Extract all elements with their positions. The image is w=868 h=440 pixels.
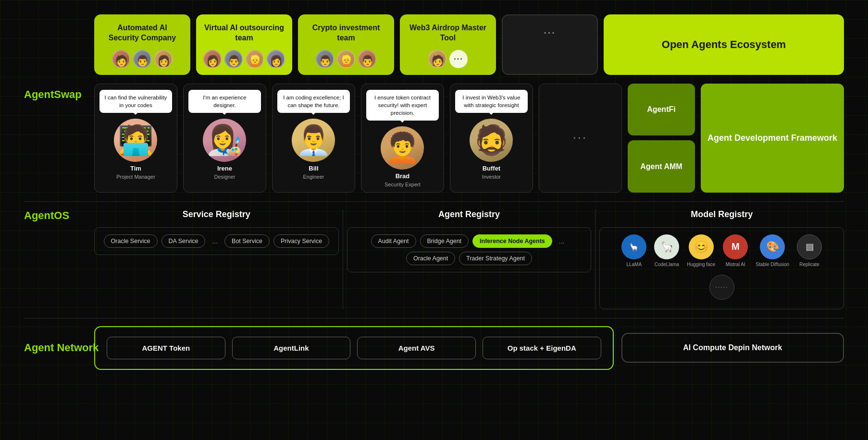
model-more[interactable]: ····· bbox=[709, 275, 734, 302]
op-stack-btn[interactable]: Op stack + EigenDA bbox=[483, 337, 601, 359]
tag-bot-service[interactable]: Bot Service bbox=[224, 234, 270, 248]
avatar: 👱 bbox=[246, 50, 264, 68]
agent-avs-btn[interactable]: Agent AVS bbox=[357, 337, 476, 359]
tag-oracle-agent[interactable]: Oracle Agent bbox=[406, 252, 455, 265]
agent-name-brad: Brad bbox=[396, 172, 410, 180]
tag-bridge-agent[interactable]: Bridge Agent bbox=[420, 234, 469, 248]
avatars-row: 👩 👨 👱 👩 bbox=[203, 50, 285, 68]
team-card-title: Crypto investment team bbox=[306, 23, 386, 43]
avatars-row: 🧑 ··· bbox=[428, 50, 468, 68]
agent-more[interactable]: ... bbox=[556, 234, 568, 248]
speech-bubble-brad: I ensure token contract security! with e… bbox=[366, 90, 439, 121]
agentswap-label-col bbox=[24, 14, 87, 19]
team-card-title: Virtual AI outsourcing team bbox=[204, 23, 285, 43]
model-replicate[interactable]: ▤ Replicate bbox=[797, 234, 822, 267]
team-card-crypto[interactable]: Crypto investment team 👨 👱 👨 bbox=[298, 14, 394, 75]
registry-divider-1 bbox=[343, 209, 343, 309]
model-huggingface[interactable]: 😊 Hugging face bbox=[687, 234, 715, 267]
agent-amm-card[interactable]: Agent AMM bbox=[628, 140, 695, 193]
avatars-row: 🧑 👨 👩 bbox=[112, 50, 173, 68]
agentswap-agents-row: AgentSwap I can find the vulnerability i… bbox=[24, 84, 844, 193]
speech-bubble-bill: I am coding excellence; I can shape the … bbox=[277, 90, 350, 113]
open-agents-title: Open Agents Ecosystem bbox=[662, 38, 786, 51]
main-container: Automated AI Security Company 🧑 👨 👩 Virt… bbox=[0, 0, 868, 384]
open-agents-card[interactable]: Open Agents Ecosystem bbox=[604, 14, 844, 75]
tag-privacy-service[interactable]: Privacy Service bbox=[273, 234, 329, 248]
agent-name-buffet: Buffet bbox=[483, 165, 501, 172]
divider-1 bbox=[24, 201, 844, 202]
agents-more-dots: ··· bbox=[539, 84, 622, 193]
agent-card-irene[interactable]: I'm an experience designer. 👩‍🎨 Irene De… bbox=[183, 84, 266, 193]
service-registry-title: Service Registry bbox=[94, 209, 339, 220]
agent-dev-label: Agent Development Framework bbox=[707, 132, 837, 144]
agent-amm-label: Agent AMM bbox=[640, 162, 682, 171]
team-card-dots: ... bbox=[502, 14, 598, 75]
more-button[interactable]: ··· bbox=[449, 50, 468, 68]
agent-role-tim: Project Manager bbox=[116, 174, 155, 180]
model-mistral[interactable]: M Mistral AI bbox=[723, 234, 748, 267]
network-green-box: AGENT Token AgentLink Agent AVS Op stack… bbox=[94, 326, 614, 370]
huggingface-icon: 😊 bbox=[689, 234, 714, 259]
tag-oracle-service[interactable]: Oracle Service bbox=[104, 234, 158, 248]
agent-token-btn[interactable]: AGENT Token bbox=[107, 337, 225, 359]
mistral-icon: M bbox=[723, 234, 748, 259]
agent-card-bill[interactable]: I am coding excellence; I can shape the … bbox=[272, 84, 355, 193]
model-registry-title: Model Registry bbox=[599, 209, 844, 220]
agentfi-label: AgentFi bbox=[647, 105, 676, 114]
llama-label: LLaMA bbox=[626, 262, 642, 267]
team-card-ai-security[interactable]: Automated AI Security Company 🧑 👨 👩 bbox=[94, 14, 190, 75]
model-codellama[interactable]: 🦙 CodeLlama bbox=[654, 234, 679, 267]
avatar-buffet: 🧔 bbox=[470, 119, 513, 162]
service-tags: Oracle Service DA Service ... Bot Servic… bbox=[103, 234, 330, 248]
agent-role-irene: Designer bbox=[214, 174, 235, 180]
service-registry-box: Oracle Service DA Service ... Bot Servic… bbox=[94, 227, 339, 255]
ai-compute-label: AI Compute Depin Network bbox=[683, 343, 782, 352]
registries-container: Service Registry Oracle Service DA Servi… bbox=[94, 209, 844, 309]
agent-dev-card[interactable]: Agent Development Framework bbox=[701, 84, 844, 193]
agentswap-label-wrapper: AgentSwap bbox=[24, 84, 87, 101]
tag-trader-agent[interactable]: Trader Strategy Agent bbox=[459, 252, 532, 265]
agentfi-card[interactable]: AgentFi bbox=[628, 84, 695, 136]
tag-da-service[interactable]: DA Service bbox=[161, 234, 206, 248]
avatar: 👩 bbox=[267, 50, 285, 68]
agent-network-label: Agent Network bbox=[24, 342, 99, 354]
tag-audit-agent[interactable]: Audit Agent bbox=[371, 234, 416, 248]
agent-registry-title: Agent Registry bbox=[347, 209, 592, 220]
model-stable-diffusion[interactable]: 🎨 Stable Diffusion bbox=[756, 234, 789, 267]
dots-label: ... bbox=[544, 24, 556, 37]
service-more[interactable]: ... bbox=[209, 234, 221, 248]
dots-text: ··· bbox=[573, 132, 587, 145]
svg-text:🦙: 🦙 bbox=[629, 243, 639, 252]
avatar: 👨 bbox=[133, 50, 151, 68]
agent-registry: Agent Registry Audit Agent Bridge Agent … bbox=[347, 209, 592, 309]
agent-network-section: Agent Network AGENT Token AgentLink Agen… bbox=[24, 326, 844, 370]
avatar: 👩 bbox=[203, 50, 222, 68]
model-llama[interactable]: 🦙 LLaMA bbox=[621, 234, 646, 267]
teams-row: Automated AI Security Company 🧑 👨 👩 Virt… bbox=[94, 14, 844, 75]
avatar: 👱 bbox=[337, 50, 355, 68]
avatar: 👩 bbox=[154, 50, 173, 68]
registry-divider-2 bbox=[595, 209, 595, 309]
model-registry: Model Registry 🦙 LLaMA 🦙 bbox=[599, 209, 844, 309]
agent-card-buffet[interactable]: I invest in Web3's value with strategic … bbox=[450, 84, 533, 193]
model-registry-box: 🦙 LLaMA 🦙 CodeLlama 😊 bbox=[599, 227, 844, 309]
team-card-virtual-ai[interactable]: Virtual AI outsourcing team 👩 👨 👱 👩 bbox=[196, 14, 292, 75]
network-dark-box[interactable]: AI Compute Depin Network bbox=[621, 333, 844, 363]
agentswap-section: Automated AI Security Company 🧑 👨 👩 Virt… bbox=[24, 14, 844, 75]
mistral-label: Mistral AI bbox=[726, 262, 745, 267]
agent-tags: Audit Agent Bridge Agent Inference Node … bbox=[356, 234, 583, 265]
agent-card-tim[interactable]: I can find the vulnerability in your cod… bbox=[94, 84, 177, 193]
avatar-irene: 👩‍🎨 bbox=[203, 119, 246, 162]
agent-role-buffet: Investor bbox=[482, 174, 501, 180]
tag-inference-node[interactable]: Inference Node Agents bbox=[472, 234, 552, 248]
agentos-label: AgentOS bbox=[24, 209, 69, 222]
agentlink-btn[interactable]: AgentLink bbox=[232, 337, 351, 359]
agent-card-brad[interactable]: I ensure token contract security! with e… bbox=[361, 84, 444, 193]
agent-network-label-col: Agent Network bbox=[24, 342, 87, 354]
avatar: 🧑 bbox=[112, 50, 130, 68]
speech-bubble-tim: I can find the vulnerability in your cod… bbox=[99, 90, 172, 113]
team-card-web3[interactable]: Web3 Airdrop Master Tool 🧑 ··· bbox=[400, 14, 496, 75]
agentos-label-col: AgentOS bbox=[24, 209, 87, 222]
replicate-label: Replicate bbox=[799, 262, 819, 267]
codellama-icon: 🦙 bbox=[654, 234, 679, 259]
